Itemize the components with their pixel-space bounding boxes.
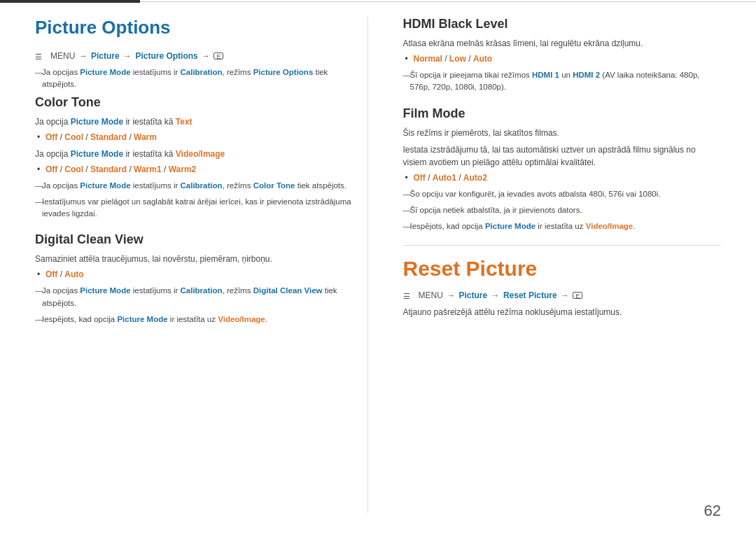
picture-options-note: Ja opcijas Picture Mode iestatījums ir C… — [35, 66, 354, 91]
color-tone-title: Color Tone — [35, 95, 354, 110]
enter-icon: E — [214, 52, 223, 59]
digital-clean-view-body: Samaziniet attēla traucējumus, lai novēr… — [35, 253, 354, 265]
reset-menu-path-text: MENU → Picture → Reset Picture → E — [419, 290, 583, 300]
bullet-item: Off / Cool / Standard / Warm — [46, 132, 354, 142]
film-mode-body1: Šis režīms ir piemērots, lai skatītos fi… — [403, 127, 722, 139]
film-mode-title: Film Mode — [403, 106, 722, 121]
menu-icon-reset — [403, 291, 414, 300]
digital-clean-view-bullet: Off / Auto — [35, 269, 354, 279]
color-tone-text2: Ja opcija Picture Mode ir iestatīta kā V… — [35, 148, 354, 160]
bullet-item: Normal / Low / Auto — [414, 54, 722, 64]
color-tone-note2: Iestatījumus var pielāgot un saglabāt ka… — [35, 196, 354, 220]
bullet-item: Off / Auto — [46, 269, 354, 279]
page-container: Picture Options MENU → Picture → Picture… — [0, 0, 756, 534]
color-tone-section: Color Tone Ja opcija Picture Mode ir ies… — [35, 95, 354, 220]
section-divider — [403, 245, 722, 246]
page-number: 62 — [704, 502, 721, 520]
hdmi-black-level-section: HDMI Black Level Atlasa ekrāna melnās kr… — [403, 17, 722, 94]
digital-clean-note2: Iespējots, kad opcija Picture Mode ir ie… — [35, 314, 354, 325]
menu-icon — [35, 52, 46, 60]
content-area: Picture Options MENU → Picture → Picture… — [0, 3, 756, 534]
main-title: Picture Options — [35, 17, 354, 38]
reset-picture-title: Reset Picture — [403, 257, 722, 281]
top-rule-thin — [140, 1, 756, 2]
film-mode-bullet: Off / Auto1 / Auto2 — [403, 173, 722, 183]
reset-picture-menu-path: MENU → Picture → Reset Picture → E — [403, 290, 722, 300]
bullet-item: Off / Auto1 / Auto2 — [414, 173, 722, 183]
right-column: HDMI Black Level Atlasa ekrāna melnās kr… — [396, 17, 722, 513]
film-mode-note1: Šo opciju var konfigurēt, ja ievades avo… — [403, 188, 722, 200]
film-mode-note2: Šī opcija netiek atbalstīta, ja ir pievi… — [403, 204, 722, 216]
digital-clean-view-section: Digital Clean View Samaziniet attēla tra… — [35, 232, 354, 325]
left-column: Picture Options MENU → Picture → Picture… — [35, 17, 368, 513]
hdmi-black-level-bullet: Normal / Low / Auto — [403, 54, 722, 64]
reset-picture-body: Atjauno pašreizējā attēlu režīma noklusē… — [403, 306, 722, 318]
menu-path-picture-options: MENU → Picture → Picture Options → E — [35, 51, 354, 61]
menu-path-text: MENU → Picture → Picture Options → E — [50, 51, 223, 61]
film-mode-section: Film Mode Šis režīms ir piemērots, lai s… — [403, 106, 722, 233]
bullet-item: Off / Cool / Standard / Warm1 / Warm2 — [46, 164, 354, 174]
digital-clean-note1: Ja opcijas Picture Mode iestatījums ir C… — [35, 285, 354, 309]
hdmi-black-level-title: HDMI Black Level — [403, 17, 722, 31]
hdmi-black-level-body: Atlasa ekrāna melnās krāsas līmeni, lai … — [403, 37, 722, 50]
digital-clean-view-title: Digital Clean View — [35, 232, 354, 247]
reset-picture-section: Reset Picture MENU → Picture → Reset Pic… — [403, 257, 722, 318]
color-tone-bullet2: Off / Cool / Standard / Warm1 / Warm2 — [35, 164, 354, 174]
enter-icon-reset: E — [573, 292, 582, 299]
film-mode-body2: Iestata izstrādājumu tā, lai tas automāt… — [403, 143, 722, 169]
color-tone-note1: Ja opcijas Picture Mode iestatījums ir C… — [35, 180, 354, 192]
color-tone-bullet1: Off / Cool / Standard / Warm — [35, 132, 354, 142]
film-mode-note3: Iespējots, kad opcija Picture Mode ir ie… — [403, 220, 722, 232]
hdmi-black-level-note1: Šī opcija ir pieejama tikai režīmos HDMI… — [403, 69, 722, 94]
color-tone-text1: Ja opcija Picture Mode ir iestatīta kā T… — [35, 115, 354, 128]
